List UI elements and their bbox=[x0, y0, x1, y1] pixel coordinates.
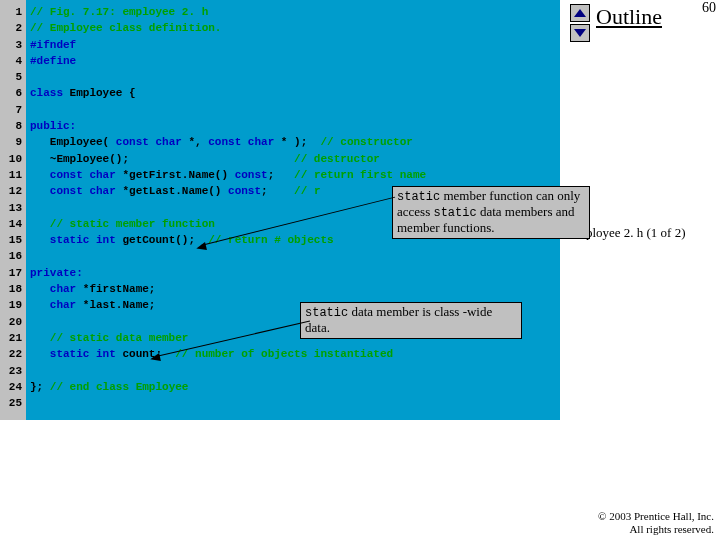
line-number: 13 bbox=[0, 200, 26, 216]
line-number: 16 bbox=[0, 248, 26, 264]
callout-static-function: static member function can only access s… bbox=[392, 186, 590, 239]
footer-line: All rights reserved. bbox=[629, 523, 714, 535]
code-line: #define bbox=[30, 55, 76, 67]
code-line: #ifndef bbox=[30, 39, 76, 51]
copyright-footer: © 2003 Prentice Hall, Inc. All rights re… bbox=[598, 510, 714, 536]
line-number: 8 bbox=[0, 118, 26, 134]
line-number: 18 bbox=[0, 281, 26, 297]
chevron-down-icon bbox=[574, 29, 586, 37]
callout-static-data: static data member is class -wide data. bbox=[300, 302, 522, 339]
outline-heading: Outline bbox=[596, 4, 662, 30]
line-number: 21 bbox=[0, 330, 26, 346]
line-number: 7 bbox=[0, 102, 26, 118]
code-line: public: bbox=[30, 120, 76, 132]
code-term: static bbox=[397, 190, 440, 204]
code-line: // static member function bbox=[30, 218, 215, 230]
line-number: 17 bbox=[0, 265, 26, 281]
line-number: 22 bbox=[0, 346, 26, 362]
code-line: private: bbox=[30, 267, 83, 279]
footer-line: © 2003 Prentice Hall, Inc. bbox=[598, 510, 714, 522]
nav-down-button[interactable] bbox=[570, 24, 590, 42]
line-number: 9 bbox=[0, 134, 26, 150]
line-number: 24 bbox=[0, 379, 26, 395]
code-term: static bbox=[433, 206, 476, 220]
line-number: 2 bbox=[0, 20, 26, 36]
line-number: 11 bbox=[0, 167, 26, 183]
line-number: 15 bbox=[0, 232, 26, 248]
code-line: // Employee class definition. bbox=[30, 22, 221, 34]
line-number-gutter: 1 2 3 4 5 6 7 8 9 10 11 12 13 14 15 16 1… bbox=[0, 0, 26, 420]
line-number: 25 bbox=[0, 395, 26, 411]
line-number: 4 bbox=[0, 53, 26, 69]
chevron-up-icon bbox=[574, 9, 586, 17]
line-number: 10 bbox=[0, 151, 26, 167]
code-line: // static data member bbox=[30, 332, 188, 344]
code-term: static bbox=[305, 306, 348, 320]
code-line: // Fig. 7.17: employee 2. h bbox=[30, 6, 208, 18]
line-number: 3 bbox=[0, 37, 26, 53]
nav-up-button[interactable] bbox=[570, 4, 590, 22]
line-number: 12 bbox=[0, 183, 26, 199]
line-number: 1 bbox=[0, 4, 26, 20]
line-number: 20 bbox=[0, 314, 26, 330]
line-number: 19 bbox=[0, 297, 26, 313]
line-number: 23 bbox=[0, 363, 26, 379]
page-number: 60 bbox=[702, 0, 716, 16]
line-number: 14 bbox=[0, 216, 26, 232]
line-number: 6 bbox=[0, 85, 26, 101]
line-number: 5 bbox=[0, 69, 26, 85]
